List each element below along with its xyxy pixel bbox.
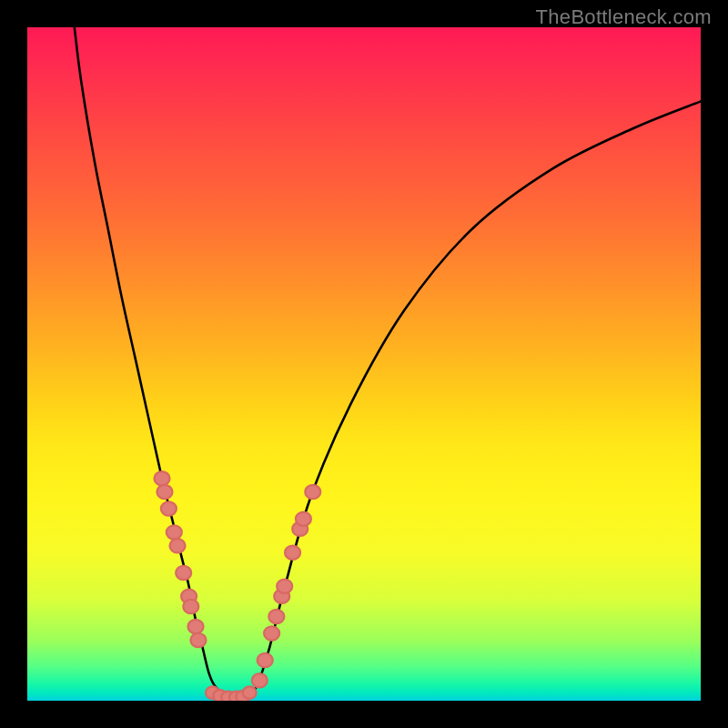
scatter-right	[252, 485, 320, 688]
data-point	[157, 485, 172, 499]
plot-area	[27, 27, 701, 701]
data-point	[285, 546, 300, 560]
data-point	[176, 566, 191, 580]
data-point	[167, 525, 182, 539]
data-point	[243, 686, 257, 698]
data-point	[252, 673, 268, 687]
scatter-bottom	[206, 686, 257, 701]
data-point	[187, 620, 203, 633]
data-point	[170, 539, 186, 552]
curve-svg	[27, 27, 701, 701]
data-point	[161, 501, 177, 515]
data-point	[264, 626, 279, 640]
bottleneck-curve	[75, 27, 701, 699]
data-point	[268, 610, 284, 623]
watermark-text: TheBottleneck.com	[536, 5, 712, 29]
data-point	[154, 471, 169, 485]
data-point	[296, 512, 311, 526]
chart-frame: TheBottleneck.com	[0, 0, 728, 728]
data-point	[183, 600, 198, 613]
data-point	[277, 580, 292, 593]
data-point	[305, 485, 320, 499]
data-point	[190, 633, 206, 647]
data-point	[258, 653, 273, 667]
scatter-left	[154, 471, 206, 647]
